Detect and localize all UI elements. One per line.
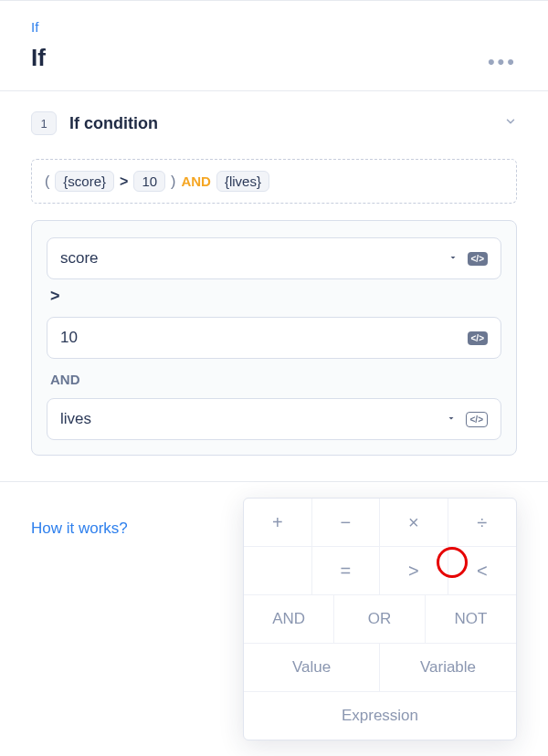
operand-field-2[interactable]: 10 </> <box>47 317 501 359</box>
more-icon[interactable]: ••• <box>488 19 517 74</box>
op-divide-button[interactable]: ÷ <box>448 499 517 546</box>
logical-and: AND <box>181 173 211 189</box>
operand-field-1[interactable]: score </> <box>47 237 501 279</box>
op-or-button[interactable]: OR <box>334 595 425 643</box>
operand-value: lives <box>60 410 437 428</box>
operator-gt: > <box>120 173 128 190</box>
code-icon[interactable]: </> <box>466 412 488 427</box>
popover-row-math: + − × ÷ <box>244 499 516 547</box>
value-chip-10[interactable]: 10 <box>133 171 165 192</box>
expression-preview[interactable]: ( {score} > 10 ) AND {lives} <box>31 159 517 204</box>
section-title: If condition <box>69 114 491 133</box>
operand-value: 10 <box>60 329 458 347</box>
op-and-button[interactable]: AND <box>244 595 334 643</box>
how-it-works-link[interactable]: How it works? <box>31 520 128 538</box>
breadcrumb[interactable]: If <box>31 19 46 35</box>
condition-builder: score </> > 10 </> AND lives <box>31 220 517 456</box>
type-value-button[interactable]: Value <box>244 644 380 691</box>
comparison-operator[interactable]: > <box>47 279 501 317</box>
operator-popover: + − × ÷ = > < AND OR NOT Value Variable … <box>243 498 517 740</box>
header-left: If If <box>31 19 46 72</box>
code-icon[interactable]: </> <box>468 252 488 266</box>
dropdown-icon[interactable] <box>446 411 457 427</box>
popover-row-compare: = > < <box>244 547 516 595</box>
popover-row-type: Value Variable <box>244 644 516 692</box>
dropdown-icon[interactable] <box>448 250 458 267</box>
logical-label: AND <box>47 359 501 398</box>
paren-open: ( <box>45 173 49 190</box>
section-head[interactable]: 1 If condition <box>31 111 517 135</box>
op-greater-button[interactable]: > <box>380 547 448 594</box>
operand-value: score <box>60 249 438 268</box>
op-equals-button[interactable]: = <box>312 547 381 594</box>
op-plus-button[interactable]: + <box>244 499 312 546</box>
operand-field-3[interactable]: lives </> <box>47 398 501 440</box>
popover-row-expression: Expression <box>244 692 516 740</box>
page-title: If <box>31 44 46 72</box>
op-less-button[interactable]: < <box>448 547 517 594</box>
step-badge: 1 <box>31 111 57 135</box>
paren-close: ) <box>171 173 175 190</box>
op-minus-button[interactable]: − <box>312 499 381 546</box>
popover-row-logical: AND OR NOT <box>244 595 516 644</box>
op-spacer <box>244 547 312 594</box>
op-multiply-button[interactable]: × <box>380 499 448 546</box>
chevron-down-icon[interactable] <box>504 115 517 131</box>
code-icon[interactable]: </> <box>468 331 488 345</box>
type-expression-button[interactable]: Expression <box>244 692 516 740</box>
type-variable-button[interactable]: Variable <box>380 644 516 691</box>
op-not-button[interactable]: NOT <box>426 595 516 643</box>
condition-section: 1 If condition ( {score} > 10 ) AND {liv… <box>0 91 548 456</box>
variable-chip-score[interactable]: {score} <box>55 171 114 192</box>
header: If If ••• <box>0 1 548 91</box>
variable-chip-lives[interactable]: {lives} <box>216 171 269 192</box>
